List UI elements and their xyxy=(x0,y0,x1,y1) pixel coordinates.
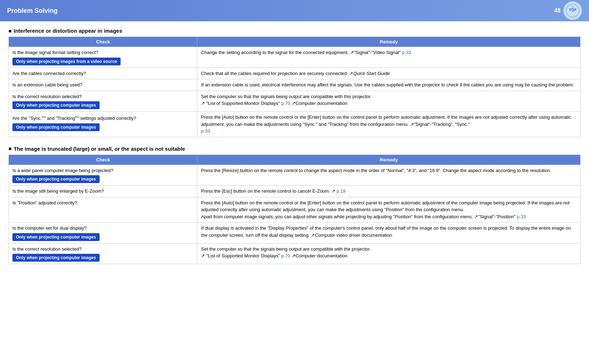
remedy-cell: Check that all the cables required for p… xyxy=(197,68,580,79)
top-logo: TOP ⌂ xyxy=(563,1,582,20)
section1-title: Interference or distortion appear in ima… xyxy=(9,28,580,34)
table-row: Is the correct resolution selected?Only … xyxy=(9,243,580,264)
check-cell: Is the image still being enlarged by E-Z… xyxy=(9,186,197,197)
table-row: Are the "Sync.»" and "Tracking»" setting… xyxy=(9,112,580,137)
badge: Only when projecting computer images xyxy=(12,175,100,183)
table-row: Is a wide panel computer image being pro… xyxy=(9,165,580,186)
col-check-2: Check xyxy=(9,155,197,165)
remedy-cell: Press the [Auto] button on the remote co… xyxy=(197,112,580,137)
badge: Only when projecting computer images xyxy=(12,254,100,262)
table-row: Are the cables connected correctly?Check… xyxy=(9,68,580,79)
link-arrow-icon: ↗ xyxy=(349,71,353,76)
badge: Only when projecting computer images xyxy=(12,123,100,131)
table-row: Is the image signal format setting corre… xyxy=(9,47,580,68)
link-arrow-icon: ↗ xyxy=(474,214,478,219)
check-cell: Is the correct resolution selected?Only … xyxy=(9,243,197,264)
col-remedy-2: Remedy xyxy=(197,155,580,165)
col-remedy-1: Remedy xyxy=(197,37,580,47)
table-row: Is an extension cable being used?If an e… xyxy=(9,79,580,91)
remedy-cell: Set the computer so that the signals bei… xyxy=(197,91,580,112)
check-cell: Is the correct resolution selected?Only … xyxy=(9,91,197,112)
table-row: Is the correct resolution selected?Only … xyxy=(9,91,580,112)
logo-icon: TOP ⌂ xyxy=(566,4,579,17)
page-title: Problem Solving xyxy=(7,7,58,15)
badge: Only when projecting computer images xyxy=(12,233,100,241)
section2-title: The image is truncated (large) or small,… xyxy=(9,146,580,152)
check-cell: Are the "Sync.»" and "Tracking»" setting… xyxy=(9,112,197,137)
link-arrow-icon: ↗ xyxy=(350,50,354,55)
link-arrow-icon: ↗ xyxy=(292,253,296,258)
link-arrow-icon: ↗ xyxy=(201,253,205,258)
table-row: Is "Position" adjusted correctly?Press t… xyxy=(9,197,580,223)
remedy-cell: If an extension cable is used, electrica… xyxy=(197,79,580,91)
check-cell: Is the computer set for dual display?Onl… xyxy=(9,223,197,243)
remedy-cell: Set the computer so that the signals bei… xyxy=(197,243,580,264)
section1-table: Check Remedy Is the image signal format … xyxy=(9,37,580,137)
remedy-cell: Press the [Resize] button on the remote … xyxy=(197,165,580,186)
col-check-1: Check xyxy=(9,37,197,47)
link-arrow-icon: ↗ xyxy=(331,188,335,194)
header: Problem Solving 48 TOP ⌂ xyxy=(0,0,589,21)
link-arrow-icon: ↗ xyxy=(311,232,315,238)
header-right: 48 TOP ⌂ xyxy=(554,1,582,20)
page-number: 48 xyxy=(554,7,561,14)
svg-text:⌂: ⌂ xyxy=(571,4,574,10)
link-arrow-icon: ↗ xyxy=(201,101,205,106)
link-arrow-icon: ↗ xyxy=(292,101,296,106)
section2-table: Check Remedy Is a wide panel computer im… xyxy=(9,155,580,264)
table-row: Is the computer set for dual display?Onl… xyxy=(9,223,580,243)
main-content: Interference or distortion appear in ima… xyxy=(0,21,589,279)
remedy-cell: Press the [Auto] button on the remote co… xyxy=(197,197,580,223)
check-cell: Is the image signal format setting corre… xyxy=(9,47,197,68)
check-cell: Are the cables connected correctly? xyxy=(9,68,197,79)
link-arrow-icon: ↗ xyxy=(410,122,414,127)
badge: Only when projecting computer images xyxy=(12,101,100,109)
badge: Only when projecting images from a video… xyxy=(12,58,121,65)
check-cell: Is "Position" adjusted correctly? xyxy=(9,197,197,223)
remedy-cell: If dual display is activated in the "Dis… xyxy=(197,223,580,243)
check-cell: Is a wide panel computer image being pro… xyxy=(9,165,197,186)
remedy-cell: Change the setting according to the sign… xyxy=(197,47,580,68)
check-cell: Is an extension cable being used? xyxy=(9,79,197,91)
remedy-cell: Press the [Esc] button on the remote con… xyxy=(197,186,580,197)
table-row: Is the image still being enlarged by E-Z… xyxy=(9,186,580,197)
